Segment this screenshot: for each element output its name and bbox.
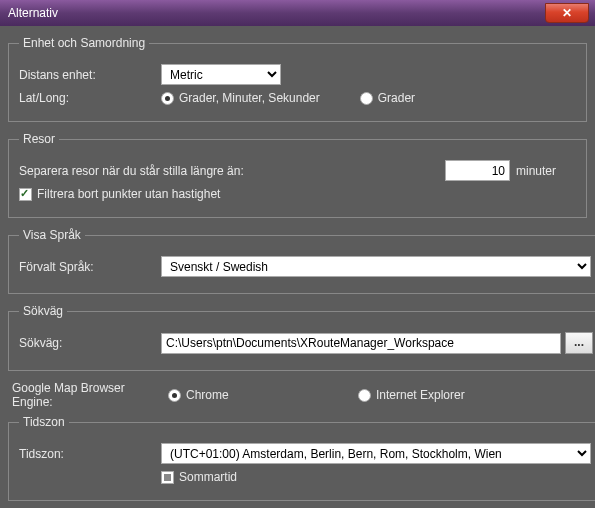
trips-group: Resor Separera resor när du står stilla … bbox=[8, 132, 587, 218]
timezone-label: Tidszon: bbox=[19, 447, 161, 461]
timezone-select[interactable]: (UTC+01:00) Amsterdam, Berlin, Bern, Rom… bbox=[161, 443, 591, 464]
dst-checkbox[interactable]: Sommartid bbox=[161, 470, 237, 484]
language-select[interactable]: Svenskt / Swedish bbox=[161, 256, 591, 277]
checkbox-icon bbox=[161, 471, 174, 484]
engine-ie-option[interactable]: Internet Explorer bbox=[358, 388, 465, 402]
browser-engine-label: Google Map Browser Engine: bbox=[12, 381, 168, 409]
close-icon: ✕ bbox=[562, 6, 572, 20]
radio-icon bbox=[161, 92, 174, 105]
language-label: Förvalt Språk: bbox=[19, 260, 161, 274]
path-label: Sökväg: bbox=[19, 336, 161, 350]
language-group: Visa Språk Förvalt Språk: Svenskt / Swed… bbox=[8, 228, 595, 294]
window-title: Alternativ bbox=[8, 6, 58, 20]
latlong-label: Lat/Long: bbox=[19, 91, 161, 105]
distance-unit-label: Distans enhet: bbox=[19, 68, 161, 82]
latlong-deg-option[interactable]: Grader bbox=[360, 91, 415, 105]
unit-legend: Enhet och Samordning bbox=[19, 36, 149, 50]
dialog-content: Enhet och Samordning Distans enhet: Metr… bbox=[0, 26, 595, 508]
distance-unit-select[interactable]: Metric bbox=[161, 64, 281, 85]
filter-nospeed-label: Filtrera bort punkter utan hastighet bbox=[37, 187, 220, 201]
filter-nospeed-checkbox[interactable]: Filtrera bort punkter utan hastighet bbox=[19, 187, 220, 201]
path-input[interactable] bbox=[161, 333, 561, 354]
engine-chrome-option[interactable]: Chrome bbox=[168, 388, 318, 402]
engine-chrome-label: Chrome bbox=[186, 388, 229, 402]
close-button[interactable]: ✕ bbox=[545, 3, 589, 23]
separate-minutes-input[interactable] bbox=[445, 160, 510, 181]
timezone-legend: Tidszon bbox=[19, 415, 69, 429]
separate-trips-label: Separera resor när du står stilla längre… bbox=[19, 164, 445, 178]
checkbox-icon bbox=[19, 188, 32, 201]
unit-group: Enhet och Samordning Distans enhet: Metr… bbox=[8, 36, 587, 122]
latlong-dms-label: Grader, Minuter, Sekunder bbox=[179, 91, 320, 105]
trips-legend: Resor bbox=[19, 132, 59, 146]
browse-button[interactable]: ... bbox=[565, 332, 593, 354]
path-legend: Sökväg bbox=[19, 304, 67, 318]
dst-label: Sommartid bbox=[179, 470, 237, 484]
path-group: Sökväg Sökväg: ... bbox=[8, 304, 595, 371]
separate-unit-label: minuter bbox=[516, 164, 556, 178]
latlong-deg-label: Grader bbox=[378, 91, 415, 105]
radio-icon bbox=[358, 389, 371, 402]
radio-icon bbox=[168, 389, 181, 402]
engine-ie-label: Internet Explorer bbox=[376, 388, 465, 402]
timezone-group: Tidszon Tidszon: (UTC+01:00) Amsterdam, … bbox=[8, 415, 595, 501]
latlong-dms-option[interactable]: Grader, Minuter, Sekunder bbox=[161, 91, 320, 105]
radio-icon bbox=[360, 92, 373, 105]
titlebar: Alternativ ✕ bbox=[0, 0, 595, 26]
language-legend: Visa Språk bbox=[19, 228, 85, 242]
